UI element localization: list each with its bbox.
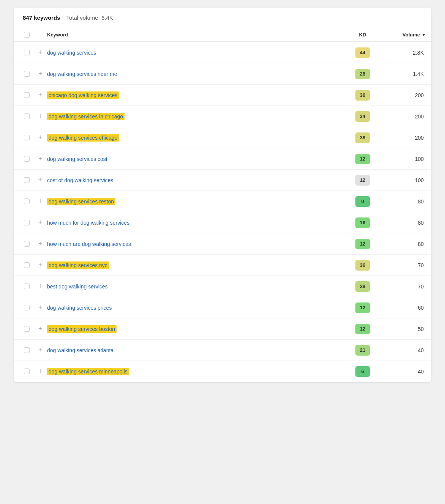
- row-checkbox[interactable]: [24, 305, 30, 310]
- kd-badge: 12: [355, 324, 370, 334]
- table-row: + how much for dog walking services 16 8…: [14, 212, 431, 233]
- row-checkbox-cell[interactable]: [20, 326, 33, 332]
- table-row: + best dog walking services 28 70: [14, 276, 431, 297]
- row-checkbox-cell[interactable]: [20, 305, 33, 310]
- row-checkbox[interactable]: [24, 92, 30, 98]
- kd-badge: 28: [355, 281, 370, 292]
- row-checkbox[interactable]: [24, 198, 30, 204]
- volume-cell: 80: [380, 241, 425, 247]
- table-row: + dog walking services in chicago 34 200: [14, 106, 431, 127]
- keyword-cell: dog walking services boston: [47, 322, 346, 336]
- row-checkbox-cell[interactable]: [20, 50, 33, 55]
- table-row: + cost of dog walking services 12 100: [14, 170, 431, 191]
- row-checkbox-cell[interactable]: [20, 156, 33, 162]
- add-keyword-button[interactable]: +: [33, 155, 47, 163]
- add-keyword-button[interactable]: +: [33, 240, 47, 248]
- table-row: + dog walking services chicago 38 200: [14, 127, 431, 148]
- row-checkbox[interactable]: [24, 177, 30, 183]
- row-checkbox-cell[interactable]: [20, 369, 33, 374]
- row-checkbox[interactable]: [24, 50, 30, 55]
- row-checkbox-cell[interactable]: [20, 71, 33, 77]
- add-keyword-button[interactable]: +: [33, 325, 47, 333]
- row-checkbox-cell[interactable]: [20, 113, 33, 119]
- keyword-link[interactable]: how much are dog walking services: [47, 241, 131, 247]
- add-keyword-button[interactable]: +: [33, 219, 47, 227]
- row-checkbox[interactable]: [24, 113, 30, 119]
- add-keyword-button[interactable]: +: [33, 176, 47, 184]
- kd-cell: 12: [346, 324, 380, 334]
- keyword-cell: dog walking services near me: [47, 68, 346, 80]
- select-all-checkbox[interactable]: [24, 32, 30, 38]
- keyword-cell: dog walking services prices: [47, 302, 346, 314]
- volume-cell: 2.8K: [380, 50, 425, 56]
- sort-arrow-icon: [422, 34, 425, 36]
- row-checkbox-cell[interactable]: [20, 347, 33, 353]
- row-checkbox-cell[interactable]: [20, 135, 33, 140]
- keyword-link[interactable]: dog walking services nyc: [47, 261, 109, 269]
- keyword-link[interactable]: dog walking services minneapolis: [47, 368, 129, 375]
- row-checkbox[interactable]: [24, 347, 30, 353]
- keyword-link[interactable]: dog walking services cost: [47, 156, 107, 162]
- row-checkbox-cell[interactable]: [20, 284, 33, 289]
- keyword-link[interactable]: dog walking services: [47, 50, 96, 56]
- row-checkbox-cell[interactable]: [20, 198, 33, 204]
- row-checkbox[interactable]: [24, 262, 30, 268]
- volume-cell: 200: [380, 135, 425, 141]
- row-checkbox[interactable]: [24, 71, 30, 77]
- keyword-link[interactable]: dog walking services atlanta: [47, 347, 114, 353]
- row-checkbox-cell[interactable]: [20, 262, 33, 268]
- add-keyword-button[interactable]: +: [33, 112, 47, 120]
- add-keyword-button[interactable]: +: [33, 134, 47, 142]
- kd-badge: 36: [355, 90, 370, 101]
- keyword-link[interactable]: dog walking services prices: [47, 305, 112, 311]
- kd-cell: 28: [346, 281, 380, 292]
- volume-cell: 200: [380, 92, 425, 98]
- volume-cell: 40: [380, 369, 425, 375]
- row-checkbox-cell[interactable]: [20, 92, 33, 98]
- header-checkbox-cell[interactable]: [20, 32, 33, 38]
- keyword-link[interactable]: cost of dog walking services: [47, 177, 113, 183]
- table-row: + dog walking services prices 12 60: [14, 297, 431, 318]
- kd-cell: 12: [346, 154, 380, 164]
- keyword-link[interactable]: best dog walking services: [47, 284, 108, 290]
- volume-cell: 70: [380, 262, 425, 268]
- row-checkbox[interactable]: [24, 220, 30, 225]
- keyword-link[interactable]: how much for dog walking services: [47, 220, 129, 226]
- row-checkbox-cell[interactable]: [20, 177, 33, 183]
- volume-cell: 80: [380, 220, 425, 226]
- row-checkbox[interactable]: [24, 369, 30, 374]
- row-checkbox-cell[interactable]: [20, 241, 33, 247]
- keyword-link[interactable]: dog walking services boston: [47, 325, 117, 333]
- row-checkbox[interactable]: [24, 326, 30, 332]
- add-keyword-button[interactable]: +: [33, 367, 47, 375]
- kd-cell: 38: [346, 132, 380, 143]
- keyword-link[interactable]: chicago dog walking services: [47, 91, 119, 99]
- volume-cell: 200: [380, 113, 425, 120]
- row-checkbox[interactable]: [24, 135, 30, 140]
- kd-badge: 21: [355, 345, 370, 356]
- add-keyword-button[interactable]: +: [33, 91, 47, 99]
- row-checkbox-cell[interactable]: [20, 220, 33, 225]
- kd-badge: 36: [355, 260, 370, 271]
- kd-badge: 6: [355, 366, 370, 377]
- keyword-link[interactable]: dog walking services chicago: [47, 134, 119, 142]
- table-header: Keyword KD Volume: [14, 28, 431, 42]
- keyword-link[interactable]: dog walking services near me: [47, 71, 117, 77]
- add-keyword-button[interactable]: +: [33, 282, 47, 290]
- keyword-cell: dog walking services chicago: [47, 131, 346, 145]
- row-checkbox[interactable]: [24, 284, 30, 289]
- keyword-link[interactable]: dog walking services reston: [47, 198, 115, 205]
- keyword-link[interactable]: dog walking services in chicago: [47, 113, 125, 120]
- add-keyword-button[interactable]: +: [33, 304, 47, 312]
- row-checkbox[interactable]: [24, 241, 30, 247]
- volume-cell: 50: [380, 326, 425, 332]
- add-keyword-button[interactable]: +: [33, 261, 47, 269]
- add-keyword-button[interactable]: +: [33, 49, 47, 57]
- keyword-table-card: 847 keywords Total volume: 6.4K Keyword …: [14, 8, 431, 382]
- row-checkbox[interactable]: [24, 156, 30, 162]
- add-keyword-button[interactable]: +: [33, 70, 47, 78]
- add-keyword-button[interactable]: +: [33, 197, 47, 205]
- volume-column-header[interactable]: Volume: [380, 32, 425, 38]
- keyword-cell: dog walking services cost: [47, 153, 346, 165]
- add-keyword-button[interactable]: +: [33, 346, 47, 354]
